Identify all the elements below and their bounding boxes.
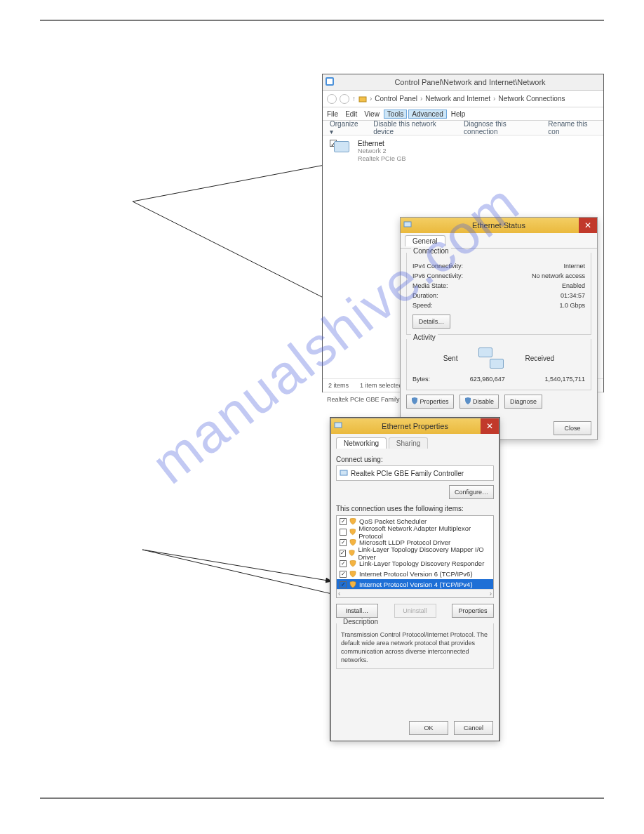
protocol-icon bbox=[349, 529, 356, 536]
connection-group: Connection IPv4 Connectivity:Internet IP… bbox=[406, 253, 591, 335]
bytes-received: 1,540,175,711 bbox=[544, 374, 585, 384]
list-item[interactable]: ✓Link-Layer Topology Discovery Responder bbox=[337, 558, 493, 569]
menu-bar: File Edit View Tools Advanced Help bbox=[323, 107, 603, 121]
protocol-icon bbox=[349, 571, 356, 578]
connect-using-label: Connect using: bbox=[336, 456, 494, 463]
configure-button[interactable]: Configure… bbox=[449, 485, 494, 499]
description-text: Transmission Control Protocol/Internet P… bbox=[341, 631, 488, 663]
cancel-button[interactable]: Cancel bbox=[454, 721, 493, 735]
checkbox-icon[interactable]: ✓ bbox=[340, 539, 347, 546]
properties-label: Properties bbox=[420, 398, 449, 405]
device-field: Realtek PCIe GBE Family Controller bbox=[336, 465, 494, 481]
install-button[interactable]: Install… bbox=[336, 604, 378, 618]
device-name: Realtek PCIe GBE Family Controller bbox=[351, 470, 464, 477]
uninstall-button: Uninstall bbox=[394, 604, 436, 618]
list-item-text: Microsoft Network Adapter Multiplexor Pr… bbox=[358, 524, 490, 540]
adapter-device: Realtek PCIe GB bbox=[358, 155, 406, 163]
list-item[interactable]: ✓Internet Protocol Version 4 (TCP/IPv4) bbox=[337, 579, 493, 590]
dialog-icon bbox=[334, 421, 342, 430]
menu-view[interactable]: View bbox=[364, 110, 380, 118]
ethernet-properties-dialog: Ethernet Properties ✕ Networking Sharing… bbox=[330, 418, 499, 741]
svg-line-0 bbox=[133, 164, 328, 201]
tab-general[interactable]: General bbox=[405, 235, 445, 246]
rename-link[interactable]: Rename this con bbox=[548, 120, 596, 135]
network-connections-window: Control Panel\Network and Internet\Netwo… bbox=[322, 74, 604, 392]
checkbox-icon[interactable] bbox=[340, 529, 347, 536]
list-item-text: Internet Protocol Version 6 (TCP/IPv6) bbox=[359, 570, 473, 578]
bytes-sent: 623,980,647 bbox=[430, 374, 544, 384]
adapter-network: Network 2 bbox=[358, 147, 406, 155]
network-adapter-icon bbox=[334, 141, 349, 152]
menu-advanced[interactable]: Advanced bbox=[408, 110, 446, 119]
window-title-text: Control Panel\Network and Internet\Netwo… bbox=[394, 78, 545, 86]
svg-rect-6 bbox=[359, 97, 366, 102]
details-button[interactable]: Details… bbox=[412, 315, 450, 329]
row-key: IPv4 Connectivity: bbox=[412, 261, 463, 271]
tab-sharing[interactable]: Sharing bbox=[389, 437, 428, 449]
menu-file[interactable]: File bbox=[327, 110, 338, 118]
selected-count: 1 item selected bbox=[360, 382, 403, 389]
list-item-text: Link-Layer Topology Discovery Mapper I/O… bbox=[358, 545, 490, 561]
list-item[interactable]: ✓Link-Layer Topology Discovery Mapper I/… bbox=[337, 548, 493, 558]
svg-rect-7 bbox=[404, 222, 411, 227]
organize-button[interactable]: Organize ▾ bbox=[330, 120, 361, 135]
checkbox-icon[interactable]: ✓ bbox=[340, 571, 347, 578]
adapter-name: Ethernet bbox=[358, 140, 406, 147]
list-item[interactable]: Microsoft Network Adapter Multiplexor Pr… bbox=[337, 527, 493, 537]
menu-help[interactable]: Help bbox=[451, 110, 466, 118]
shield-icon bbox=[411, 397, 418, 404]
group-label: Activity bbox=[411, 333, 438, 341]
items-count: 2 items bbox=[328, 382, 349, 389]
row-key: Media State: bbox=[412, 281, 448, 291]
connection-items-list[interactable]: ✓QoS Packet SchedulerMicrosoft Network A… bbox=[336, 515, 494, 598]
breadcrumb-item[interactable]: Network Connections bbox=[498, 95, 565, 102]
disable-button[interactable]: Disable bbox=[459, 395, 499, 409]
dialog-title: Ethernet Properties bbox=[382, 422, 448, 430]
close-icon[interactable]: ✕ bbox=[579, 218, 597, 233]
row-val: Enabled bbox=[562, 281, 585, 291]
properties-button[interactable]: Properties bbox=[406, 395, 454, 409]
adapter-icon bbox=[340, 469, 348, 477]
menu-edit[interactable]: Edit bbox=[345, 110, 357, 118]
ethernet-status-dialog: Ethernet Status ✕ General Connection IPv… bbox=[400, 217, 598, 440]
menu-tools[interactable]: Tools bbox=[384, 110, 407, 119]
row-val: 01:34:57 bbox=[561, 291, 585, 300]
checkbox-icon[interactable]: ✓ bbox=[340, 560, 347, 567]
horizontal-scrollbar[interactable]: ‹› bbox=[337, 589, 493, 597]
breadcrumb-item[interactable]: Network and Internet bbox=[425, 95, 490, 102]
checkbox-icon[interactable]: ✓ bbox=[340, 581, 347, 588]
bytes-label: Bytes: bbox=[412, 374, 430, 384]
up-icon[interactable]: ↑ bbox=[352, 95, 356, 102]
sent-label: Sent bbox=[443, 355, 458, 362]
list-item-text: Link-Layer Topology Discovery Responder bbox=[359, 560, 484, 567]
list-properties-button[interactable]: Properties bbox=[452, 604, 494, 618]
list-item-text: Internet Protocol Version 4 (TCP/IPv4) bbox=[359, 581, 473, 588]
checkbox-icon[interactable]: ✓ bbox=[340, 550, 346, 557]
svg-rect-5 bbox=[327, 79, 333, 84]
ok-button[interactable]: OK bbox=[409, 721, 448, 735]
forward-icon[interactable] bbox=[340, 94, 349, 104]
folder-icon bbox=[358, 95, 367, 103]
protocol-icon bbox=[349, 539, 356, 546]
activity-group: Activity Sent Received Bytes: 623,980,64… bbox=[406, 339, 591, 390]
checkbox-icon[interactable]: ✓ bbox=[340, 518, 347, 525]
close-icon[interactable]: ✕ bbox=[481, 418, 499, 434]
control-panel-icon bbox=[325, 77, 335, 86]
svg-rect-8 bbox=[335, 423, 342, 428]
dialog-icon bbox=[403, 220, 412, 229]
tab-networking[interactable]: Networking bbox=[336, 437, 387, 449]
row-val: Internet bbox=[563, 261, 585, 271]
protocol-icon bbox=[349, 518, 356, 525]
disable-device-link[interactable]: Disable this network device bbox=[373, 120, 451, 135]
description-label: Description bbox=[341, 618, 380, 626]
breadcrumb-item[interactable]: Control Panel bbox=[375, 95, 417, 102]
protocol-icon bbox=[349, 560, 356, 567]
diagnose-link[interactable]: Diagnose this connection bbox=[464, 120, 535, 135]
back-icon[interactable] bbox=[327, 94, 337, 104]
ethernet-adapter-item[interactable]: ✓ Ethernet Network 2 Realtek PCIe GB bbox=[330, 140, 406, 163]
diagnose-button[interactable]: Diagnose bbox=[504, 395, 542, 409]
svg-line-2 bbox=[142, 550, 332, 581]
list-item[interactable]: ✓Internet Protocol Version 6 (TCP/IPv6) bbox=[337, 569, 493, 579]
ethernet-properties-frame: Ethernet Properties ✕ Networking Sharing… bbox=[330, 417, 500, 741]
close-button[interactable]: Close bbox=[554, 421, 591, 435]
